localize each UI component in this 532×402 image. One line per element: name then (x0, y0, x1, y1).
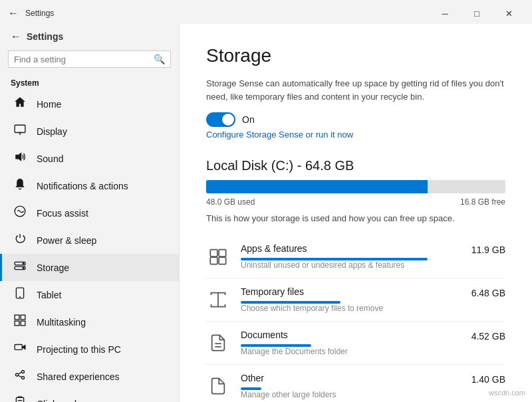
sidebar-item-label: Projecting to this PC (37, 344, 121, 355)
svg-line-20 (18, 375, 21, 377)
svg-rect-0 (15, 125, 25, 132)
sidebar-item-display[interactable]: Display (0, 118, 179, 145)
sidebar: ← Settings 🔍 System Home Display Sound N… (0, 24, 180, 402)
sidebar-item-focus[interactable]: Focus assist (0, 199, 179, 227)
svg-rect-13 (15, 321, 19, 326)
storage-item-docs[interactable]: Documents Manage the Documents folder 4.… (206, 322, 505, 365)
title-bar-left: ← Settings (8, 7, 54, 19)
power-icon (13, 233, 27, 248)
search-input[interactable] (14, 54, 154, 64)
sidebar-item-storage[interactable]: Storage (0, 254, 179, 281)
sidebar-item-label: Shared experiences (37, 371, 120, 382)
storage-item-content-docs: Documents Manage the Documents folder (241, 330, 448, 356)
toggle-row: On (206, 112, 505, 127)
storage-description: Storage Sense can automatically free up … (206, 77, 505, 103)
apps-icon (206, 245, 230, 268)
app-body: ← Settings 🔍 System Home Display Sound N… (0, 24, 532, 402)
storage-item-size-apps: 11.9 GB (459, 243, 505, 255)
sidebar-item-label: Storage (37, 262, 69, 273)
disk-section: Local Disk (C:) - 64.8 GB 48.0 GB used 1… (206, 158, 505, 402)
svg-rect-27 (210, 257, 217, 264)
maximize-button[interactable]: □ (462, 4, 492, 23)
svg-rect-25 (210, 250, 217, 257)
sidebar-item-label: Home (37, 99, 61, 110)
notifications-icon (13, 178, 27, 193)
svg-rect-14 (21, 321, 25, 326)
disk-used-label: 48.0 GB used (206, 197, 255, 207)
multitasking-icon (13, 314, 27, 330)
storage-item-name-apps: Apps & features (241, 243, 448, 254)
sidebar-item-clipboard[interactable]: Clipboard (0, 390, 179, 402)
display-icon (13, 124, 27, 139)
sidebar-item-label: Tablet (37, 290, 61, 300)
projecting-icon (13, 342, 27, 357)
sidebar-back[interactable]: ← Settings (0, 24, 179, 47)
sidebar-item-label: Sound (37, 153, 63, 164)
page-title: Storage (206, 45, 505, 66)
svg-rect-28 (219, 257, 226, 264)
sidebar-item-sound[interactable]: Sound (0, 145, 179, 172)
sidebar-item-label: Multitasking (37, 317, 86, 328)
sidebar-back-label: Settings (27, 31, 63, 42)
configure-link[interactable]: Configure Storage Sense or run it now (206, 130, 505, 140)
sidebar-item-tablet[interactable]: Tablet (0, 281, 179, 308)
storage-item-temp[interactable]: Temporary files Choose which temporary f… (206, 278, 505, 322)
storage-item-name-docs: Documents (241, 330, 448, 340)
search-icon: 🔍 (154, 54, 165, 64)
svg-rect-15 (15, 345, 22, 350)
close-button[interactable]: ✕ (493, 4, 524, 23)
disk-title: Local Disk (C:) - 64.8 GB (206, 158, 505, 173)
main-content: Storage Storage Sense can automatically … (180, 24, 532, 402)
title-bar-title: Settings (25, 9, 54, 18)
minimize-button[interactable]: ─ (430, 4, 460, 23)
storage-item-size-temp: 6.48 GB (459, 286, 505, 298)
svg-rect-21 (16, 397, 23, 402)
sidebar-item-multitasking[interactable]: Multitasking (0, 308, 179, 336)
sidebar-item-shared[interactable]: Shared experiences (0, 363, 179, 390)
sidebar-item-power[interactable]: Power & sleep (0, 227, 179, 254)
disk-bar-used (206, 180, 428, 193)
shared-icon (13, 369, 27, 384)
other-icon (206, 374, 230, 398)
storage-item-other[interactable]: Other Manage other large folders 1.40 GB (206, 365, 505, 402)
sidebar-item-label: Notifications & actions (37, 181, 128, 191)
svg-rect-26 (219, 250, 226, 257)
tablet-icon (13, 287, 27, 302)
disk-bar-labels: 48.0 GB used 16.8 GB free (206, 197, 505, 207)
sidebar-item-label: Clipboard (37, 399, 76, 403)
storage-item-size-docs: 4.52 GB (459, 330, 505, 342)
back-arrow-icon: ← (11, 31, 21, 43)
sidebar-item-label: Focus assist (37, 208, 88, 219)
storage-item-content-other: Other Manage other large folders (241, 373, 448, 399)
disk-free-label: 16.8 GB free (460, 197, 505, 207)
storage-sense-toggle[interactable] (206, 112, 235, 127)
sidebar-section-label: System (0, 74, 179, 90)
clipboard-icon (13, 396, 27, 402)
svg-rect-12 (21, 315, 25, 320)
toggle-label: On (242, 114, 255, 125)
sidebar-item-label: Power & sleep (37, 235, 96, 246)
disk-bar-container (206, 180, 505, 193)
back-button[interactable]: ← (8, 7, 19, 19)
watermark: wscdn.com (489, 389, 525, 397)
storage-item-desc-other: Manage other large folders (241, 390, 448, 399)
sound-icon (13, 151, 27, 166)
sidebar-item-home[interactable]: Home (0, 90, 179, 118)
storage-item-apps[interactable]: Apps & features Uninstall unused or unde… (206, 235, 505, 278)
svg-point-17 (15, 373, 18, 376)
title-bar: ← Settings ─ □ ✕ (0, 0, 532, 24)
sidebar-item-notifications[interactable]: Notifications & actions (0, 172, 179, 199)
toggle-knob (222, 114, 234, 126)
svg-point-16 (21, 370, 24, 373)
svg-line-19 (18, 372, 21, 373)
sidebar-item-projecting[interactable]: Projecting to this PC (0, 336, 179, 363)
home-icon (13, 96, 27, 112)
storage-item-desc-apps: Uninstall unused or undesired apps & fea… (241, 260, 448, 270)
focus-icon (13, 205, 27, 221)
storage-item-size-other: 1.40 GB (459, 373, 505, 385)
storage-item-name-other: Other (241, 373, 448, 383)
storage-item-content-temp: Temporary files Choose which temporary f… (241, 286, 448, 313)
sidebar-search-box[interactable]: 🔍 (8, 50, 171, 68)
docs-icon (206, 331, 230, 355)
svg-rect-11 (15, 315, 19, 320)
